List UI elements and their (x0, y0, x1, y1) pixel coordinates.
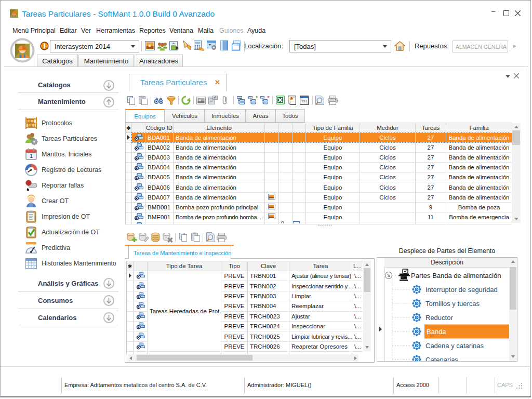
svg-text:Interruptor de seguridad: Interruptor de seguridad (425, 286, 498, 294)
svg-text:Reductor: Reductor (425, 314, 453, 322)
svg-text:Cadena y catarinas: Cadena y catarinas (425, 342, 484, 350)
svg-text:Banda: Banda (427, 328, 446, 336)
svg-text:1: 1 (30, 153, 33, 159)
svg-text:Partes Banda de alimentación: Partes Banda de alimentación (411, 272, 501, 280)
svg-text:Tornillos y tuercas: Tornillos y tuercas (425, 300, 480, 308)
svg-text:TxT: TxT (301, 99, 308, 103)
svg-text:Catenarias: Catenarias (425, 356, 458, 362)
